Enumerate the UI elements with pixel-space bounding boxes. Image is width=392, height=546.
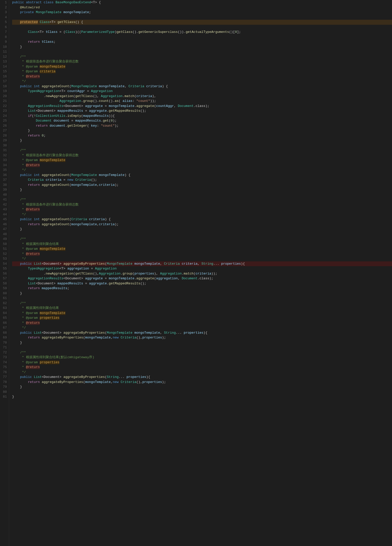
line-number: 63 [2, 306, 7, 311]
code-line: return aggregateCount(mongoTemplate,crit… [12, 183, 392, 188]
line-number: 57 [2, 276, 7, 281]
line-number: 28 [2, 133, 7, 138]
code-line: */ [12, 212, 392, 217]
line-number: 46 [2, 222, 7, 227]
line-numbers: 1234567891011121314151617181920212223242… [0, 0, 9, 546]
code-line: * 根据筛选条件进行聚合聚合获得总数 [12, 202, 392, 207]
code-line: * @return [12, 321, 392, 326]
code-line: return aggregateByProperties(mongoTempla… [12, 380, 392, 385]
code-line: List<Document> mappedResults = aggregate… [12, 281, 392, 286]
code-line: * @return [12, 252, 392, 257]
code-line: * 根据属性得到聚合结果(默认cmhigateway序) [12, 355, 392, 360]
code-line [12, 35, 392, 40]
line-number: 44 [2, 212, 7, 217]
line-number: 69 [2, 335, 7, 340]
code-line: .newAggregation(getTClass(),Aggregation.… [12, 271, 392, 276]
line-number: 53 [2, 256, 7, 261]
code-line: } [12, 227, 392, 232]
code-line: */ [12, 256, 392, 261]
line-number: 36 [2, 173, 7, 178]
code-line: */ [12, 325, 392, 330]
line-number: 16 [2, 74, 7, 79]
line-number: 58 [2, 281, 7, 286]
line-number: 22 [2, 104, 7, 109]
line-number: 78 [2, 380, 7, 385]
code-line [12, 390, 392, 395]
line-number: 61 [2, 296, 7, 301]
line-number: 35 [2, 168, 7, 173]
code-line: } [12, 187, 392, 192]
code-line: public List<Document> aggregateByPropert… [12, 330, 392, 335]
line-number: 25 [2, 118, 7, 123]
line-number: 49 [2, 237, 7, 242]
line-number: 30 [2, 143, 7, 148]
line-number: 56 [2, 271, 7, 276]
line-number: 8 [2, 35, 7, 40]
code-line: return tClass; [12, 39, 392, 44]
line-number: 21 [2, 99, 7, 104]
line-number: 15 [2, 69, 7, 74]
line-number: 72 [2, 350, 7, 355]
code-line: public int aggregateCount(MongoTemplate … [12, 84, 392, 89]
code-line: TypedAggregation<T> countAggr = Aggregat… [12, 89, 392, 94]
line-number: 55 [2, 266, 7, 271]
code-line: Aggregation.group().count().as( alias: "… [12, 99, 392, 104]
line-number: 32 [2, 153, 7, 158]
code-line: return aggregateCount(mongoTemplate,crit… [12, 222, 392, 227]
line-number: 27 [2, 128, 7, 133]
code-line: } [12, 138, 392, 143]
code-line: /** [12, 350, 392, 355]
code-line: private MongoTemplate mongoTemplate; [12, 10, 392, 15]
line-number: 67 [2, 325, 7, 330]
line-number: 80 [2, 390, 7, 395]
code-line: * @param mongoTemplate [12, 246, 392, 252]
line-number: 47 [2, 227, 7, 232]
code-line: } [12, 394, 392, 399]
code-line [12, 296, 392, 301]
code-line [12, 143, 392, 148]
code-line [12, 232, 392, 237]
line-number: 4 [2, 15, 7, 20]
code-line: * 根据属性得到聚合结果 [12, 242, 392, 247]
code-line: if(!CollectionUtils.isEmpty(mappedResult… [12, 113, 392, 119]
line-number: 33 [2, 158, 7, 163]
code-line: return mappedResults; [12, 286, 392, 291]
line-number: 19 [2, 89, 7, 94]
line-number: 2 [2, 5, 7, 10]
code-line: TypedAggregation<T> aggregation = Aggreg… [12, 266, 392, 271]
line-number: 9 [2, 39, 7, 44]
line-number: 62 [2, 301, 7, 306]
line-number: 41 [2, 197, 7, 202]
line-number: 73 [2, 355, 7, 360]
code-line: @Autowired [12, 5, 392, 10]
line-number: 70 [2, 340, 7, 345]
code-line: * @return [12, 365, 392, 370]
code-line: protected Class<T> getTClass() { [12, 20, 392, 25]
code-line: */ [12, 370, 392, 375]
code-line: /** [12, 148, 392, 153]
code-line: * @param mongoTemplate [12, 311, 392, 316]
code-line: return document.getInteger( key: "count"… [12, 123, 392, 128]
line-number: 17 [2, 79, 7, 84]
line-number: 81 [2, 394, 7, 399]
code-line: * @return [12, 163, 392, 168]
line-number: 29 [2, 138, 7, 143]
code-line: * 根据筛选条件进行聚合聚合获得总数 [12, 153, 392, 158]
line-number: 54 [2, 261, 7, 266]
line-number: 24 [2, 113, 7, 119]
code-line: AggregationResults<Document> aggregate =… [12, 276, 392, 281]
code-line [12, 192, 392, 197]
code-line: } [12, 384, 392, 390]
line-number: 5 [2, 20, 7, 25]
code-content[interactable]: public abstract class BaseMongoDaoExtend… [9, 0, 392, 546]
code-line: * 根据属性得到聚合结果 [12, 306, 392, 311]
code-line [12, 49, 392, 54]
code-line: } [12, 291, 392, 296]
line-number: 48 [2, 232, 7, 237]
code-line: * @return [12, 74, 392, 79]
line-number: 43 [2, 207, 7, 212]
line-number: 18 [2, 84, 7, 89]
line-number: 31 [2, 148, 7, 153]
line-number: 51 [2, 246, 7, 252]
code-editor: 1234567891011121314151617181920212223242… [0, 0, 392, 546]
